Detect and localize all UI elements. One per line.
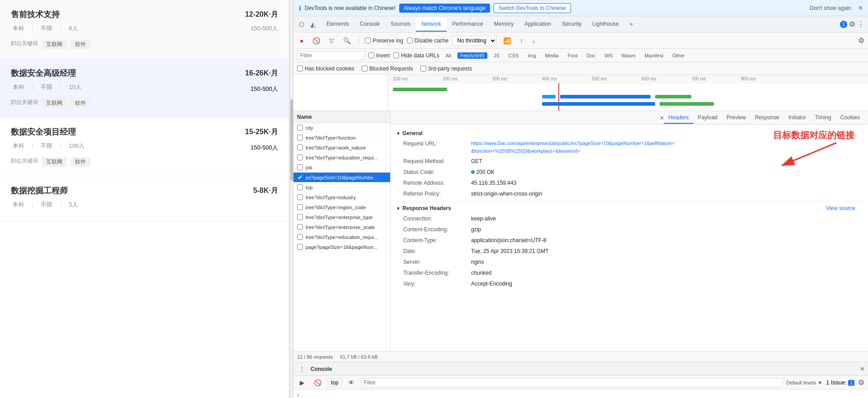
search-icon-button[interactable]: 🔍 (340, 36, 354, 46)
upload-icon-button[interactable]: ↑ (517, 36, 526, 46)
network-item-city[interactable]: city (293, 123, 390, 133)
network-item-top[interactable]: top (293, 183, 390, 192)
clear-button[interactable]: 🚫 (310, 36, 323, 46)
info-bar-close-button[interactable]: × (859, 4, 863, 12)
detail-tab-initiator[interactable]: Initiator (784, 112, 811, 124)
third-party-checkbox[interactable] (420, 66, 426, 71)
detail-tab-preview[interactable]: Preview (722, 112, 750, 124)
network-item-job[interactable]: job (293, 163, 390, 173)
invert-checkbox[interactable] (368, 52, 374, 58)
invert-label[interactable]: Invert (368, 52, 390, 59)
more-options-icon-button[interactable]: ⋮ (857, 20, 864, 28)
network-item-tree-edu2[interactable]: tree?dictType=education_requi... (293, 232, 390, 242)
job-item[interactable]: 数据安全高级经理 16-26K·月 本科 ｜ 不限 ｜ 10人 150-500人… (0, 59, 289, 117)
network-item-tree-work-nature[interactable]: tree?dictType=work_nature (293, 143, 390, 153)
general-section-header[interactable]: ▼ General (396, 128, 863, 138)
timeline-chart[interactable]: 100 ms 200 ms 300 ms 400 ms 500 ms 600 m… (388, 75, 868, 111)
console-settings-button[interactable]: ⚙ (858, 378, 864, 387)
network-item-checkbox[interactable] (297, 214, 303, 220)
filter-other-button[interactable]: Other (670, 52, 688, 59)
network-item-tree-edu1[interactable]: tree?dictType=education_requi... (293, 153, 390, 163)
tab-more[interactable]: » (624, 17, 638, 32)
response-headers-section-header[interactable]: ▼ Response Headers (396, 203, 826, 213)
network-item-page[interactable]: page?pageSize=16&pageNum... (293, 242, 390, 252)
tab-memory[interactable]: Memory (489, 17, 519, 32)
network-item-checkbox[interactable] (297, 184, 303, 190)
inspect-icon-button[interactable]: ◭ (309, 19, 317, 30)
throttling-select[interactable]: No throttling (452, 36, 497, 46)
hide-data-urls-label[interactable]: Hide data URLs (393, 52, 439, 59)
network-item-checkbox[interactable] (297, 164, 303, 170)
network-item-tree-industry[interactable]: tree?dictType=industry (293, 192, 390, 202)
preserve-log-checkbox[interactable] (365, 37, 371, 43)
hide-data-urls-checkbox[interactable] (393, 52, 399, 58)
network-settings-button[interactable]: ⚙ (858, 36, 864, 45)
job-item[interactable]: 数据挖掘工程师 5-8K·月 本科 ｜ 不限 ｜ 5人 (0, 176, 289, 222)
detail-tab-timing[interactable]: Timing (811, 112, 836, 124)
has-blocked-cookies-label[interactable]: Has blocked cookies (297, 66, 354, 72)
network-item-es-selected[interactable]: es?pageSize=10&pageNumbe... (293, 173, 390, 183)
filter-font-button[interactable]: Font (565, 52, 580, 59)
network-item-checkbox[interactable] (297, 155, 303, 160)
tab-lighthouse[interactable]: Lighthouse (587, 17, 624, 32)
tab-security[interactable]: Security (557, 17, 587, 32)
filter-wasm-button[interactable]: Wasm (619, 52, 638, 59)
job-item[interactable]: 售前技术支持 12-20K·月 本科 ｜ 不限 ｜ 6人 150-500人 职位… (0, 0, 289, 59)
console-filter-input[interactable] (361, 378, 783, 387)
disable-cache-label[interactable]: Disable cache (407, 37, 448, 44)
tab-sources[interactable]: Sources (385, 17, 416, 32)
network-item-checkbox[interactable] (297, 194, 303, 200)
console-play-button[interactable]: ▶ (297, 378, 307, 388)
wifi-icon-button[interactable]: 📶 (500, 36, 514, 46)
filter-input[interactable] (297, 51, 365, 60)
filter-all-button[interactable]: All (443, 52, 454, 59)
tab-elements[interactable]: Elements (321, 17, 354, 32)
download-icon-button[interactable]: ↓ (529, 36, 538, 46)
console-close-button[interactable]: × (860, 365, 864, 373)
dont-show-link[interactable]: Don't show again (810, 5, 851, 11)
has-blocked-cookies-checkbox[interactable] (297, 66, 303, 71)
filter-icon-button[interactable]: ▽ (326, 36, 337, 46)
console-block-button[interactable]: 🚫 (311, 378, 324, 388)
network-item-checkbox[interactable] (297, 125, 303, 131)
network-item-checkbox[interactable] (297, 204, 303, 210)
settings-icon-button[interactable]: ⚙ (849, 20, 855, 28)
job-item[interactable]: 数据安全项目经理 15-25K·月 本科 ｜ 不限 ｜ 100人 150-500… (0, 117, 289, 176)
blocked-requests-checkbox[interactable] (362, 66, 368, 71)
network-item-checkbox[interactable] (297, 135, 303, 140)
network-item-tree-region[interactable]: tree?dictType=region_code (293, 202, 390, 212)
tab-application[interactable]: Application (519, 17, 557, 32)
left-scrollbar[interactable] (289, 0, 293, 398)
match-language-button[interactable]: Always match Chrome's language (399, 4, 490, 13)
console-eye-button[interactable]: 👁 (345, 378, 357, 388)
console-levels[interactable]: Default levels ▼ (786, 380, 822, 385)
network-item-checkbox[interactable] (297, 224, 303, 230)
console-top-selector[interactable]: top (328, 378, 342, 387)
filter-fetch-xhr-button[interactable]: Fetch/XHR (458, 52, 487, 59)
detail-tab-response[interactable]: Response (750, 112, 784, 124)
record-button[interactable]: ● (297, 36, 306, 46)
tab-network[interactable]: Network (416, 17, 447, 32)
network-item-checkbox[interactable] (297, 145, 303, 150)
detail-close-button[interactable]: × (660, 114, 664, 122)
tab-console[interactable]: Console (354, 17, 385, 32)
filter-js-button[interactable]: JS (491, 52, 502, 59)
network-item-checkbox[interactable] (297, 244, 303, 250)
third-party-label[interactable]: 3rd-party requests (420, 66, 472, 72)
scroll-thumb[interactable] (290, 99, 293, 181)
network-item-checkbox[interactable] (297, 234, 303, 240)
blocked-requests-label[interactable]: Blocked Requests (362, 66, 413, 72)
switch-devtools-button[interactable]: Switch DevTools to Chinese (494, 3, 571, 13)
cursor-icon-button[interactable]: ⬡ (297, 19, 306, 30)
network-item-tree-enterprise-type[interactable]: tree?dictType=enterprise_type (293, 212, 390, 222)
filter-ws-button[interactable]: WS (602, 52, 615, 59)
filter-css-button[interactable]: CSS (506, 52, 522, 59)
filter-img-button[interactable]: Img (525, 52, 538, 59)
detail-tab-headers[interactable]: Headers (664, 112, 693, 124)
network-item-tree-function[interactable]: tree?dictType=function (293, 133, 390, 143)
network-item-checkbox[interactable] (297, 174, 303, 180)
filter-doc-button[interactable]: Doc (584, 52, 599, 59)
filter-manifest-button[interactable]: Manifest (642, 52, 666, 59)
detail-tab-cookies[interactable]: Cookies (836, 112, 864, 124)
detail-tab-payload[interactable]: Payload (693, 112, 722, 124)
